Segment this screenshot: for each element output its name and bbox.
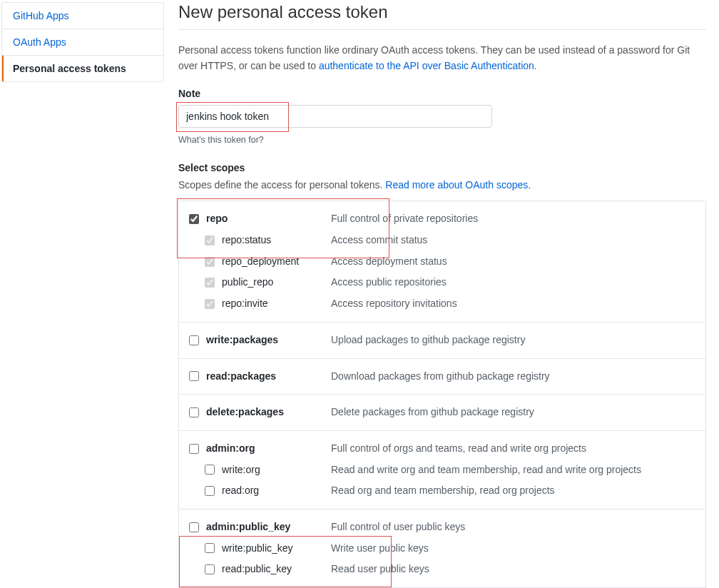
scope-description: Access deployment status [331,254,447,270]
scope-checkbox[interactable] [189,214,199,224]
scope-row: admin:public_keyFull control of user pub… [189,517,695,538]
scope-description: Read org and team membership, read org p… [331,483,555,499]
scope-name: repo:status [222,233,331,248]
scope-name: write:packages [206,333,331,348]
scope-row: read:orgRead org and team membership, re… [189,480,695,502]
page-description-post: . [534,60,537,71]
scope-name: write:org [222,462,331,478]
scope-row: admin:orgFull control of orgs and teams,… [189,438,695,460]
select-scopes-heading: Select scopes [178,162,706,173]
scope-checkbox[interactable] [189,371,199,381]
page-description: Personal access tokens function like ord… [178,43,706,74]
scope-row: repoFull control of private repositories [189,208,695,230]
scope-checkbox[interactable] [189,522,199,532]
scope-checkbox [205,278,215,288]
scope-name: write:public_key [222,541,331,557]
scope-name: read:org [222,483,331,499]
scope-name: admin:public_key [206,519,331,535]
scope-checkbox [205,235,215,245]
oauth-scopes-doc-link[interactable]: Read more about OAuth scopes [385,179,528,191]
sidebar-item-github-apps[interactable]: GitHub Apps [2,3,163,29]
scope-description: Download packages from github package re… [331,369,550,385]
scope-description: Access public repositories [331,275,447,290]
scope-group: read:packagesDownload packages from gith… [179,358,705,395]
scope-row: repo:statusAccess commit status [189,230,695,251]
scope-checkbox[interactable] [205,564,215,574]
sidebar-item-personal-access-tokens[interactable]: Personal access tokens [2,56,163,81]
scope-name: repo_deployment [222,254,331,270]
scope-checkbox[interactable] [189,407,199,417]
scopes-table: repoFull control of private repositories… [178,201,706,588]
scope-description: Access repository invitations [331,296,457,312]
scope-name: repo:invite [222,296,331,312]
scope-description: Upload packages to github package regist… [331,333,525,348]
scope-description: Read and write org and team membership, … [331,462,641,478]
scopes-desc-text: Scopes define the access for personal to… [178,179,385,191]
scope-checkbox[interactable] [189,335,199,345]
scope-description: Write user public keys [331,541,429,557]
main-content: New personal access token Personal acces… [164,0,706,588]
scopes-description: Scopes define the access for personal to… [178,179,706,191]
scopes-desc-post: . [528,179,531,191]
scope-description: Full control of user public keys [331,519,465,535]
scope-name: admin:org [206,441,331,457]
auth-doc-link[interactable]: authenticate to the API over Basic Authe… [319,60,534,71]
scope-checkbox [205,257,215,267]
scope-checkbox[interactable] [205,465,215,475]
scope-group: delete:packagesDelete packages from gith… [179,394,705,430]
scope-group: write:packagesUpload packages to github … [179,322,705,358]
scope-row: read:packagesDownload packages from gith… [189,366,695,387]
scope-row: repo:inviteAccess repository invitations [189,293,695,315]
note-label: Note [178,88,706,99]
scope-name: read:public_key [222,562,331,577]
scope-row: write:packagesUpload packages to github … [189,330,695,351]
scope-description: Delete packages from github package regi… [331,405,534,420]
scope-row: write:orgRead and write org and team mem… [189,460,695,481]
scope-name: public_repo [222,275,331,290]
sidebar-item-oauth-apps[interactable]: OAuth Apps [2,29,163,56]
scope-group: admin:orgFull control of orgs and teams,… [179,430,705,509]
note-help-text: What's this token for? [178,135,706,145]
scope-name: read:packages [206,369,331,385]
scope-name: delete:packages [206,405,331,420]
scope-checkbox [205,299,215,309]
scope-checkbox[interactable] [205,543,215,553]
scope-checkbox[interactable] [189,444,199,454]
note-input[interactable] [178,105,492,128]
scope-description: Access commit status [331,233,427,248]
scope-row: read:public_keyRead user public keys [189,559,695,580]
scope-description: Full control of orgs and teams, read and… [331,441,586,457]
scope-row: delete:packagesDelete packages from gith… [189,402,695,423]
page-title: New personal access token [178,0,706,30]
scope-row: write:public_keyWrite user public keys [189,538,695,559]
scope-row: repo_deploymentAccess deployment status [189,251,695,273]
scope-name: repo [206,211,331,227]
scope-row: public_repoAccess public repositories [189,272,695,293]
settings-sidebar: GitHub Apps OAuth Apps Personal access t… [1,2,164,82]
scope-group: repoFull control of private repositories… [179,201,705,321]
scope-description: Full control of private repositories [331,211,478,227]
scope-group: admin:public_keyFull control of user pub… [179,509,705,587]
scope-description: Read user public keys [331,562,429,577]
scope-checkbox[interactable] [205,486,215,496]
